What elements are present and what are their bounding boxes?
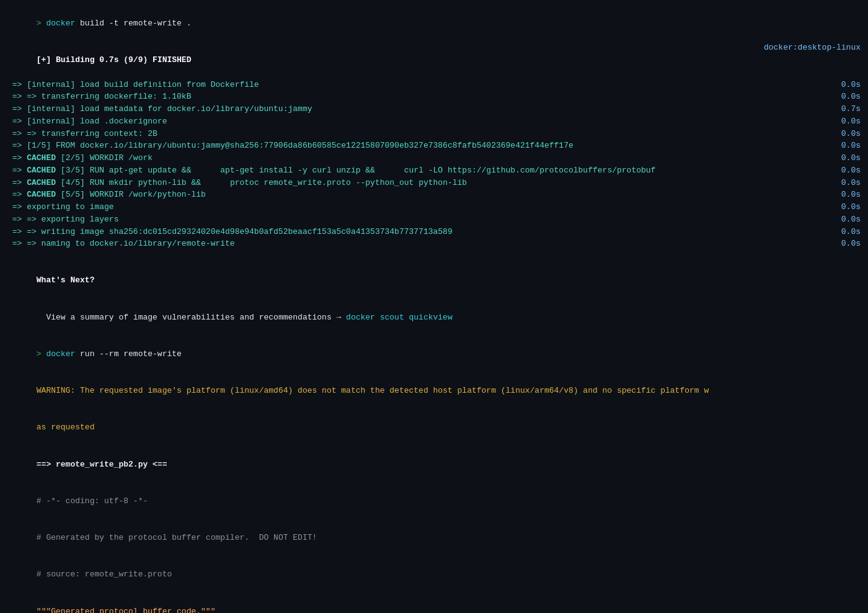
build-step-4: => [internal] load .dockerignore 0.0s xyxy=(7,115,861,128)
build-status-line: [+] Building 0.7s (9/9) FINISHED docker:… xyxy=(7,42,861,78)
build-step-cached-2: => CACHED [2/5] WORKDIR /work 0.0s xyxy=(7,152,861,164)
build-step-cached-4: => CACHED [4/5] RUN mkdir python-lib && … xyxy=(7,177,861,189)
docstring-line: """Generated protocol buffer code.""" xyxy=(7,593,861,613)
build-step-2: => => transferring dockerfile: 1.10kB 0.… xyxy=(7,91,861,103)
empty-line-1 xyxy=(7,250,861,262)
build-step-naming: => => naming to docker.io/library/remote… xyxy=(7,238,861,250)
command-line-build: > docker build -t remote-write . xyxy=(7,5,861,42)
terminal: > docker build -t remote-write . [+] Bui… xyxy=(0,0,868,613)
build-step-cached-3: => CACHED [3/5] RUN apt-get update && ap… xyxy=(7,164,861,177)
build-step-1: => [internal] load build definition from… xyxy=(7,79,861,91)
build-step-layers: => => exporting layers 0.0s xyxy=(7,213,861,226)
view-summary-line: View a summary of image vulnerabilities … xyxy=(7,299,861,336)
build-step-cached-5: => CACHED [5/5] WORKDIR /work/python-lib… xyxy=(7,189,861,201)
prompt-symbol: > xyxy=(37,19,46,28)
build-step-6: => [1/5] FROM docker.io/library/ubuntu:j… xyxy=(7,140,861,152)
build-step-5: => => transferring context: 2B 0.0s xyxy=(7,128,861,140)
build-target: docker:desktop-linux xyxy=(751,42,861,78)
build-step-3: => [internal] load metadata for docker.i… xyxy=(7,103,861,115)
file-output-line: ==> remote_write_pb2.py <== xyxy=(7,446,861,483)
build-step-exporting: => exporting to image 0.0s xyxy=(7,201,861,213)
build-step-writing: => => writing image sha256:dc015cd293240… xyxy=(7,226,861,238)
command-line-run: > docker run --rm remote-write xyxy=(7,336,861,372)
comment-generated: # Generated by the protocol buffer compi… xyxy=(7,519,861,556)
as-requested-line: as requested xyxy=(7,409,861,446)
warning-line: WARNING: The requested image's platform … xyxy=(7,372,861,409)
comment-source: # source: remote_write.proto xyxy=(7,557,861,593)
prompt-symbol-2: > xyxy=(37,349,46,359)
comment-coding: # -*- coding: utf-8 -*- xyxy=(7,483,861,519)
whats-next-header: What's Next? xyxy=(7,262,861,299)
